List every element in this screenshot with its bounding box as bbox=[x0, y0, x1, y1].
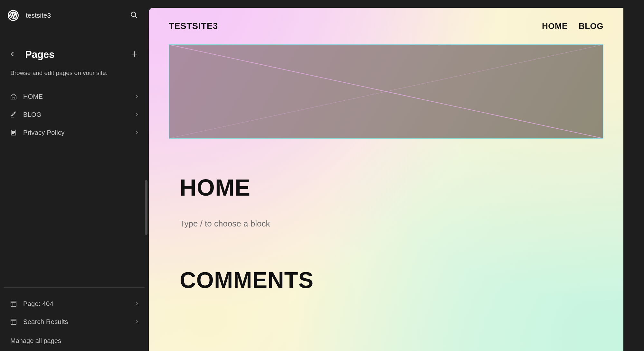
add-page-button[interactable] bbox=[129, 49, 140, 60]
svg-point-1 bbox=[131, 12, 136, 16]
search-icon bbox=[130, 11, 138, 20]
chevron-right-icon bbox=[134, 319, 140, 324]
template-item-label: Page: 404 bbox=[18, 300, 134, 308]
template-list: Page: 404 Search Results Manage all page… bbox=[0, 288, 149, 351]
chevron-right-icon bbox=[134, 112, 140, 117]
page-list: HOME BLOG bbox=[0, 86, 149, 142]
section-description: Browse and edit pages on your site. bbox=[0, 66, 149, 86]
page-item-label: HOME bbox=[18, 93, 134, 100]
svg-rect-13 bbox=[11, 319, 16, 324]
document-icon bbox=[9, 128, 18, 137]
featured-image-placeholder[interactable] bbox=[169, 44, 603, 139]
preview-page-title[interactable]: HOME bbox=[180, 174, 623, 201]
window-right-edge bbox=[623, 8, 636, 351]
manage-all-pages-link[interactable]: Manage all pages bbox=[3, 331, 146, 351]
template-item-label: Search Results bbox=[18, 318, 134, 326]
preview-nav: HOME BLOG bbox=[542, 21, 603, 31]
layout-icon bbox=[9, 317, 18, 326]
template-item-search[interactable]: Search Results bbox=[3, 313, 146, 331]
chevron-left-icon bbox=[9, 51, 16, 59]
wordpress-logo-icon[interactable] bbox=[8, 10, 19, 21]
block-inserter-placeholder[interactable]: Type / to choose a block bbox=[180, 219, 623, 229]
page-item-label: Privacy Policy bbox=[18, 129, 134, 136]
template-item-404[interactable]: Page: 404 bbox=[3, 295, 146, 313]
pen-icon bbox=[9, 110, 18, 119]
site-name[interactable]: testsite3 bbox=[19, 12, 128, 19]
back-button[interactable] bbox=[7, 49, 18, 60]
chevron-right-icon bbox=[134, 94, 140, 99]
chevron-right-icon bbox=[134, 130, 140, 135]
page-item-label: BLOG bbox=[18, 111, 134, 118]
canvas-wrap: TESTSITE3 HOME BLOG HOME Type / to choos… bbox=[149, 0, 644, 351]
app-root: testsite3 Pages bbox=[0, 0, 644, 351]
preview-comments-heading: COMMENTS bbox=[180, 267, 623, 293]
page-item-home[interactable]: HOME bbox=[3, 88, 146, 106]
preview-site-header: TESTSITE3 HOME BLOG bbox=[149, 8, 623, 41]
svg-rect-10 bbox=[11, 301, 16, 306]
svg-line-2 bbox=[135, 16, 137, 17]
home-icon bbox=[9, 92, 18, 101]
layout-icon bbox=[9, 299, 18, 308]
section-title: Pages bbox=[18, 49, 129, 60]
plus-icon bbox=[130, 50, 138, 60]
editor-canvas[interactable]: TESTSITE3 HOME BLOG HOME Type / to choos… bbox=[149, 8, 623, 351]
chevron-right-icon bbox=[134, 301, 140, 306]
sidebar-top: testsite3 bbox=[0, 4, 149, 30]
preview-nav-blog[interactable]: BLOG bbox=[579, 21, 603, 31]
page-item-privacy[interactable]: Privacy Policy bbox=[3, 124, 146, 142]
section-header: Pages bbox=[0, 30, 149, 66]
page-item-blog[interactable]: BLOG bbox=[3, 106, 146, 124]
sidebar: testsite3 Pages bbox=[0, 0, 149, 351]
scrollbar-thumb[interactable] bbox=[145, 180, 147, 235]
search-button[interactable] bbox=[128, 10, 140, 21]
preview-site-title[interactable]: TESTSITE3 bbox=[169, 21, 542, 31]
preview-nav-home[interactable]: HOME bbox=[542, 21, 568, 31]
